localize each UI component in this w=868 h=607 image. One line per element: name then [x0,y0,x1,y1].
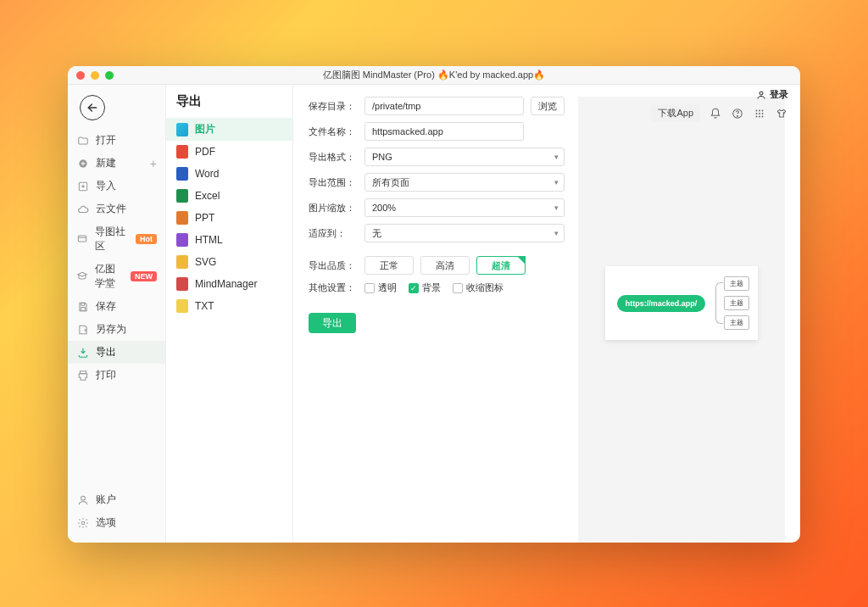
nav-item-云文件[interactable]: 云文件 [68,198,165,220]
format-label: SVG [195,256,216,268]
minimize-window[interactable] [91,71,99,80]
grid-icon[interactable] [753,107,766,120]
export-button[interactable]: 导出 [309,313,356,333]
nav-icon [76,346,89,359]
svg-point-7 [81,521,85,525]
arrow-left-icon [86,101,99,114]
format-PDF[interactable]: PDF [166,141,292,163]
format-MindManager[interactable]: MindManager [166,273,292,295]
svg-point-19 [762,115,764,117]
nav-icon [76,300,89,313]
svg-point-6 [81,496,85,500]
quality-正常[interactable]: 正常 [364,256,414,275]
nav-item-保存[interactable]: 保存 [68,295,165,318]
nav-label: 导入 [96,179,116,193]
zoom-select[interactable]: 200%▾ [364,198,565,217]
nav-label: 选项 [96,515,116,530]
app-window: 亿图脑图 MindMaster (Pro) 🔥K'ed by macked.ap… [68,66,800,543]
quality-超清[interactable]: 超清 [476,256,526,275]
range-label: 导出范围： [309,176,358,189]
nav-label: 打印 [96,368,116,382]
svg-rect-2 [78,236,86,242]
form-area: 登录 下载App 保存目录： /private/tmp 浏览 文件名称 [293,85,800,543]
quality-segmented: 正常高清超清 [364,256,526,275]
maximize-window[interactable] [105,71,114,80]
nav-item-亿图学堂[interactable]: 亿图学堂NEW [68,258,165,295]
back-button[interactable] [80,95,105,120]
fit-select[interactable]: 无▾ [364,224,565,242]
format-label: Excel [195,190,220,202]
preview-card: https://macked.app/ 主题主题主题 [605,266,759,340]
nav-item-账户[interactable]: 账户 [68,488,165,511]
file-icon [176,167,188,181]
close-window[interactable] [76,71,85,80]
login-link[interactable]: 登录 [756,88,788,101]
nav-item-选项[interactable]: 选项 [68,511,165,534]
nav-label: 导图社区 [95,225,129,253]
window-controls [76,71,114,80]
filename-label: 文件名称： [309,125,358,138]
file-icon [176,123,188,136]
file-icon [176,299,188,313]
range-select[interactable]: 所有页面▾ [364,173,565,192]
nav-item-导入[interactable]: 导入 [68,175,165,198]
dir-input[interactable]: /private/tmp [364,97,524,115]
nav-item-导图社区[interactable]: 导图社区Hot [68,220,165,258]
nav-icon [76,323,89,336]
export-form: 保存目录： /private/tmp 浏览 文件名称： httpsmacked.… [309,97,565,543]
nav-item-导出[interactable]: 导出 [68,341,165,364]
format-label: PDF [195,146,215,158]
format-TXT[interactable]: TXT [166,295,292,317]
fit-label: 适应到： [309,227,358,240]
transparent-checkbox[interactable]: 透明 [364,281,397,294]
format-label: 图片 [195,122,215,136]
file-icon [176,145,188,159]
format-select[interactable]: PNG▾ [364,148,565,166]
filename-input[interactable]: httpsmacked.app [364,122,524,141]
preview-child-node: 主题 [724,296,749,310]
svg-point-14 [756,113,758,114]
preview-child-node: 主题 [724,315,749,330]
collapse-icon-checkbox[interactable]: 收缩图标 [453,281,504,294]
nav-label: 账户 [96,493,116,507]
nav-item-打印[interactable]: 打印 [68,364,165,387]
shirt-icon[interactable] [775,107,788,120]
file-icon [176,255,188,269]
format-Word[interactable]: Word [166,163,292,185]
svg-point-13 [762,109,764,111]
format-SVG[interactable]: SVG [166,251,292,273]
nav-label: 新建 [96,156,116,170]
format-label: Word [195,168,219,180]
nav-label: 保存 [96,299,116,314]
topbar-right: 登录 下载App [651,85,788,124]
quality-label: 导出品质： [309,259,358,272]
nav-item-打开[interactable]: 打开 [68,129,165,152]
download-app-button[interactable]: 下载App [651,104,700,122]
help-icon[interactable] [731,107,744,120]
plus-icon[interactable]: + [150,157,157,170]
window-title: 亿图脑图 MindMaster (Pro) 🔥K'ed by macked.ap… [68,69,800,81]
format-Excel[interactable]: Excel [166,185,292,207]
nav-label: 云文件 [96,202,126,216]
nav-item-新建[interactable]: 新建+ [68,152,165,175]
dir-label: 保存目录： [309,100,358,113]
badge: NEW [131,271,157,281]
format-HTML[interactable]: HTML [166,229,292,251]
nav-label: 打开 [96,133,116,148]
user-icon [756,90,766,100]
svg-point-18 [759,115,760,117]
badge: Hot [136,234,157,244]
nav-icon [76,369,89,381]
bell-icon[interactable] [709,107,722,120]
format-PPT[interactable]: PPT [166,207,292,229]
nav-icon [76,203,89,215]
browse-button[interactable]: 浏览 [531,97,565,115]
nav-item-另存为[interactable]: 另存为 [68,318,165,341]
nav-icon [76,157,89,170]
background-checkbox[interactable]: ✓背景 [409,281,441,294]
quality-高清[interactable]: 高清 [420,256,470,275]
export-heading: 导出 [166,90,292,118]
format-图片[interactable]: 图片 [166,118,292,141]
file-icon [176,233,188,247]
nav-icon [76,516,89,529]
